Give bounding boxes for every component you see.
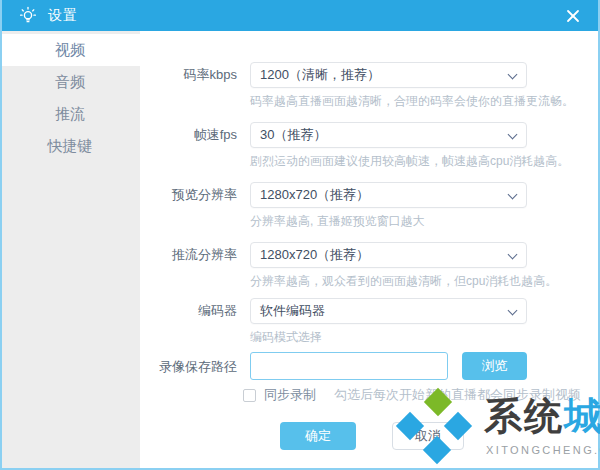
record-path-input[interactable] (250, 352, 448, 380)
titlebar: 设置 (0, 0, 600, 31)
preview-resolution-label: 预览分辨率 (140, 182, 237, 208)
sync-record-label[interactable]: 同步录制 (264, 386, 316, 404)
sync-record-row: 同步录制 勾选后每次开始新的直播都会同步录制视频 (243, 386, 581, 404)
sync-record-checkbox[interactable] (243, 389, 256, 402)
ok-button[interactable]: 确定 (280, 422, 356, 450)
sidebar: 视频 音频 推流 快捷键 (0, 31, 140, 470)
encoder-hint: 编码模式选择 (250, 329, 322, 346)
preview-resolution-dropdown[interactable]: 1280x720（推荐） (250, 182, 527, 208)
sidebar-item-hotkeys[interactable]: 快捷键 (0, 130, 140, 162)
fps-value: 30（推荐） (260, 127, 326, 142)
cancel-button[interactable]: 取消 (392, 422, 464, 450)
stream-resolution-value: 1280x720（推荐） (260, 247, 369, 262)
stream-resolution-hint: 分辨率越高，观众看到的画面越清晰，但cpu消耗也越高。 (250, 273, 557, 290)
browse-button[interactable]: 浏览 (462, 352, 527, 380)
stream-resolution-label: 推流分辨率 (140, 242, 237, 268)
close-button[interactable] (558, 0, 588, 31)
bitrate-hint: 码率越高直播画面越清晰，合理的码率会使你的直播更流畅。 (250, 93, 574, 110)
preview-resolution-value: 1280x720（推荐） (260, 187, 369, 202)
record-path-label: 录像保存路径 (140, 354, 237, 380)
encoder-value: 软件编码器 (260, 303, 325, 318)
window-title: 设置 (48, 7, 78, 25)
lightbulb-icon (18, 6, 38, 26)
bitrate-dropdown[interactable]: 1200（清晰，推荐） (250, 62, 527, 88)
bitrate-label: 码率kbps (140, 62, 237, 88)
chevron-down-icon (508, 70, 518, 80)
sidebar-item-audio[interactable]: 音频 (0, 66, 140, 98)
sidebar-item-video[interactable]: 视频 (0, 34, 140, 66)
bitrate-value: 1200（清晰，推荐） (260, 67, 380, 82)
fps-hint: 剧烈运动的画面建议使用较高帧速，帧速越高cpu消耗越高。 (250, 153, 569, 170)
close-icon (566, 9, 580, 23)
chevron-down-icon (508, 130, 518, 140)
chevron-down-icon (508, 250, 518, 260)
sync-record-hint: 勾选后每次开始新的直播都会同步录制视频 (334, 386, 581, 404)
fps-dropdown[interactable]: 30（推荐） (250, 122, 527, 148)
preview-resolution-hint: 分辨率越高, 直播姬预览窗口越大 (250, 213, 425, 230)
fps-label: 帧速fps (140, 122, 237, 148)
encoder-dropdown[interactable]: 软件编码器 (250, 298, 527, 324)
encoder-label: 编码器 (140, 298, 237, 324)
settings-form: 码率kbps 1200（清晰，推荐） 码率越高直播画面越清晰，合理的码率会使你的… (140, 31, 600, 470)
stream-resolution-dropdown[interactable]: 1280x720（推荐） (250, 242, 527, 268)
chevron-down-icon (508, 306, 518, 316)
settings-window: 设置 视频 音频 推流 快捷键 码率kbps 1200（清晰，推荐） 码率越高直… (0, 0, 600, 470)
chevron-down-icon (508, 190, 518, 200)
sidebar-item-stream[interactable]: 推流 (0, 98, 140, 130)
